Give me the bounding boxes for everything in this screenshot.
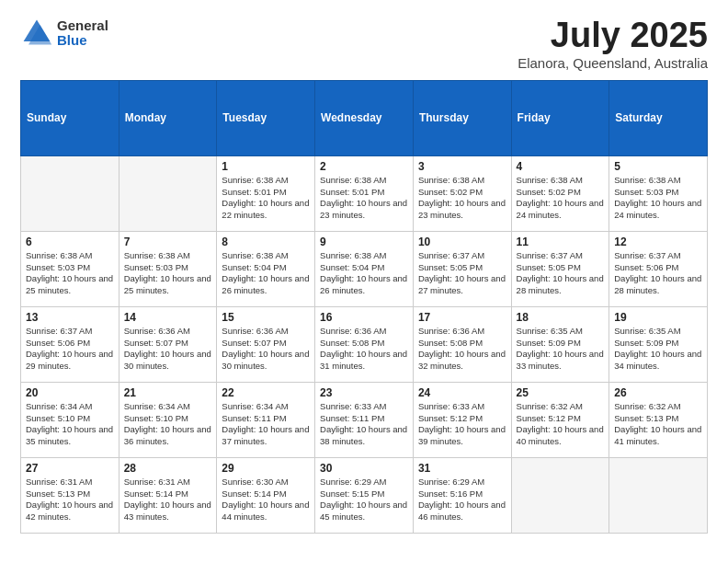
day-info: Sunrise: 6:37 AM Sunset: 5:05 PM Dayligh… — [418, 250, 506, 297]
day-number: 18 — [517, 311, 605, 324]
calendar-cell: 28Sunrise: 6:31 AM Sunset: 5:14 PM Dayli… — [119, 457, 217, 533]
day-number: 16 — [320, 311, 408, 324]
weekday-header-tuesday: Tuesday — [217, 80, 315, 155]
calendar-cell: 23Sunrise: 6:33 AM Sunset: 5:11 PM Dayli… — [315, 382, 414, 457]
calendar-cell: 26Sunrise: 6:32 AM Sunset: 5:13 PM Dayli… — [609, 382, 708, 457]
calendar-week-1: 1Sunrise: 6:38 AM Sunset: 5:01 PM Daylig… — [21, 155, 708, 231]
calendar-week-3: 13Sunrise: 6:37 AM Sunset: 5:06 PM Dayli… — [21, 306, 708, 382]
day-number: 17 — [418, 311, 506, 324]
calendar-cell: 5Sunrise: 6:38 AM Sunset: 5:03 PM Daylig… — [609, 155, 708, 231]
day-number: 14 — [124, 311, 212, 324]
day-info: Sunrise: 6:34 AM Sunset: 5:10 PM Dayligh… — [26, 401, 114, 448]
calendar-cell: 2Sunrise: 6:38 AM Sunset: 5:01 PM Daylig… — [315, 155, 414, 231]
calendar-cell: 12Sunrise: 6:37 AM Sunset: 5:06 PM Dayli… — [609, 231, 708, 306]
calendar-cell: 17Sunrise: 6:36 AM Sunset: 5:08 PM Dayli… — [413, 306, 511, 382]
weekday-header-wednesday: Wednesday — [315, 80, 414, 155]
calendar-cell: 15Sunrise: 6:36 AM Sunset: 5:07 PM Dayli… — [217, 306, 315, 382]
logo-general-text: General — [57, 18, 108, 34]
calendar-cell — [21, 155, 119, 231]
weekday-header-row: SundayMondayTuesdayWednesdayThursdayFrid… — [21, 80, 708, 155]
day-number: 2 — [320, 160, 408, 173]
calendar-cell: 21Sunrise: 6:34 AM Sunset: 5:10 PM Dayli… — [119, 382, 217, 457]
calendar-cell: 25Sunrise: 6:32 AM Sunset: 5:12 PM Dayli… — [511, 382, 609, 457]
day-info: Sunrise: 6:36 AM Sunset: 5:08 PM Dayligh… — [320, 326, 408, 373]
calendar-cell — [119, 155, 217, 231]
title-block: July 2025 Elanora, Queensland, Australia — [518, 17, 708, 71]
day-info: Sunrise: 6:34 AM Sunset: 5:10 PM Dayligh… — [124, 401, 212, 448]
calendar-cell: 19Sunrise: 6:35 AM Sunset: 5:09 PM Dayli… — [609, 306, 708, 382]
calendar-cell — [511, 457, 609, 533]
day-info: Sunrise: 6:31 AM Sunset: 5:14 PM Dayligh… — [124, 477, 212, 523]
calendar-cell: 29Sunrise: 6:30 AM Sunset: 5:14 PM Dayli… — [217, 457, 315, 533]
calendar-cell: 9Sunrise: 6:38 AM Sunset: 5:04 PM Daylig… — [315, 231, 414, 306]
day-number: 3 — [418, 160, 506, 173]
day-info: Sunrise: 6:32 AM Sunset: 5:12 PM Dayligh… — [517, 401, 605, 448]
month-year: July 2025 — [518, 17, 708, 55]
logo-blue-text: Blue — [57, 33, 108, 49]
day-number: 4 — [517, 160, 605, 173]
calendar-cell: 3Sunrise: 6:38 AM Sunset: 5:02 PM Daylig… — [413, 155, 511, 231]
day-number: 25 — [517, 386, 605, 399]
day-info: Sunrise: 6:38 AM Sunset: 5:01 PM Dayligh… — [222, 175, 310, 222]
day-info: Sunrise: 6:38 AM Sunset: 5:02 PM Dayligh… — [517, 175, 605, 222]
weekday-header-thursday: Thursday — [413, 80, 511, 155]
day-info: Sunrise: 6:32 AM Sunset: 5:13 PM Dayligh… — [614, 401, 702, 448]
calendar-cell: 27Sunrise: 6:31 AM Sunset: 5:13 PM Dayli… — [21, 457, 119, 533]
weekday-header-monday: Monday — [119, 80, 217, 155]
day-number: 5 — [614, 160, 702, 173]
day-number: 24 — [418, 386, 506, 399]
calendar-cell: 22Sunrise: 6:34 AM Sunset: 5:11 PM Dayli… — [217, 382, 315, 457]
day-number: 29 — [222, 462, 310, 475]
day-info: Sunrise: 6:38 AM Sunset: 5:03 PM Dayligh… — [124, 250, 212, 297]
day-number: 21 — [124, 386, 212, 399]
calendar-week-2: 6Sunrise: 6:38 AM Sunset: 5:03 PM Daylig… — [21, 231, 708, 306]
page: General Blue July 2025 Elanora, Queensla… — [0, 0, 728, 550]
calendar-cell: 18Sunrise: 6:35 AM Sunset: 5:09 PM Dayli… — [511, 306, 609, 382]
location: Elanora, Queensland, Australia — [518, 55, 708, 71]
logo-icon — [20, 17, 53, 50]
day-info: Sunrise: 6:38 AM Sunset: 5:03 PM Dayligh… — [26, 250, 114, 297]
day-number: 10 — [418, 236, 506, 248]
day-info: Sunrise: 6:33 AM Sunset: 5:11 PM Dayligh… — [320, 401, 408, 448]
day-info: Sunrise: 6:36 AM Sunset: 5:07 PM Dayligh… — [124, 326, 212, 373]
day-info: Sunrise: 6:35 AM Sunset: 5:09 PM Dayligh… — [517, 326, 605, 373]
day-info: Sunrise: 6:30 AM Sunset: 5:14 PM Dayligh… — [222, 477, 310, 523]
calendar-cell: 7Sunrise: 6:38 AM Sunset: 5:03 PM Daylig… — [119, 231, 217, 306]
day-info: Sunrise: 6:31 AM Sunset: 5:13 PM Dayligh… — [26, 477, 114, 523]
day-info: Sunrise: 6:36 AM Sunset: 5:07 PM Dayligh… — [222, 326, 310, 373]
calendar-table: SundayMondayTuesdayWednesdayThursdayFrid… — [20, 80, 708, 534]
day-info: Sunrise: 6:36 AM Sunset: 5:08 PM Dayligh… — [418, 326, 506, 373]
day-number: 9 — [320, 236, 408, 248]
calendar-cell: 10Sunrise: 6:37 AM Sunset: 5:05 PM Dayli… — [413, 231, 511, 306]
day-number: 15 — [222, 311, 310, 324]
calendar-cell: 31Sunrise: 6:29 AM Sunset: 5:16 PM Dayli… — [413, 457, 511, 533]
day-info: Sunrise: 6:37 AM Sunset: 5:06 PM Dayligh… — [26, 326, 114, 373]
day-number: 26 — [614, 386, 702, 399]
weekday-header-sunday: Sunday — [21, 80, 119, 155]
day-info: Sunrise: 6:29 AM Sunset: 5:15 PM Dayligh… — [320, 477, 408, 523]
day-number: 22 — [222, 386, 310, 399]
day-info: Sunrise: 6:38 AM Sunset: 5:04 PM Dayligh… — [222, 250, 310, 297]
logo: General Blue — [20, 17, 108, 50]
calendar-cell: 6Sunrise: 6:38 AM Sunset: 5:03 PM Daylig… — [21, 231, 119, 306]
day-info: Sunrise: 6:38 AM Sunset: 5:01 PM Dayligh… — [320, 175, 408, 222]
calendar-cell: 30Sunrise: 6:29 AM Sunset: 5:15 PM Dayli… — [315, 457, 414, 533]
day-info: Sunrise: 6:34 AM Sunset: 5:11 PM Dayligh… — [222, 401, 310, 448]
calendar-cell: 1Sunrise: 6:38 AM Sunset: 5:01 PM Daylig… — [217, 155, 315, 231]
day-number: 28 — [124, 462, 212, 475]
day-info: Sunrise: 6:37 AM Sunset: 5:06 PM Dayligh… — [614, 250, 702, 297]
logo-text: General Blue — [57, 18, 108, 49]
calendar-cell: 4Sunrise: 6:38 AM Sunset: 5:02 PM Daylig… — [511, 155, 609, 231]
day-number: 12 — [614, 236, 702, 248]
day-number: 27 — [26, 462, 114, 475]
calendar-cell: 20Sunrise: 6:34 AM Sunset: 5:10 PM Dayli… — [21, 382, 119, 457]
calendar-cell: 14Sunrise: 6:36 AM Sunset: 5:07 PM Dayli… — [119, 306, 217, 382]
day-number: 30 — [320, 462, 408, 475]
calendar-week-5: 27Sunrise: 6:31 AM Sunset: 5:13 PM Dayli… — [21, 457, 708, 533]
day-info: Sunrise: 6:38 AM Sunset: 5:03 PM Dayligh… — [614, 175, 702, 222]
weekday-header-friday: Friday — [511, 80, 609, 155]
day-number: 8 — [222, 236, 310, 248]
calendar-cell: 24Sunrise: 6:33 AM Sunset: 5:12 PM Dayli… — [413, 382, 511, 457]
day-number: 6 — [26, 236, 114, 248]
day-info: Sunrise: 6:38 AM Sunset: 5:02 PM Dayligh… — [418, 175, 506, 222]
